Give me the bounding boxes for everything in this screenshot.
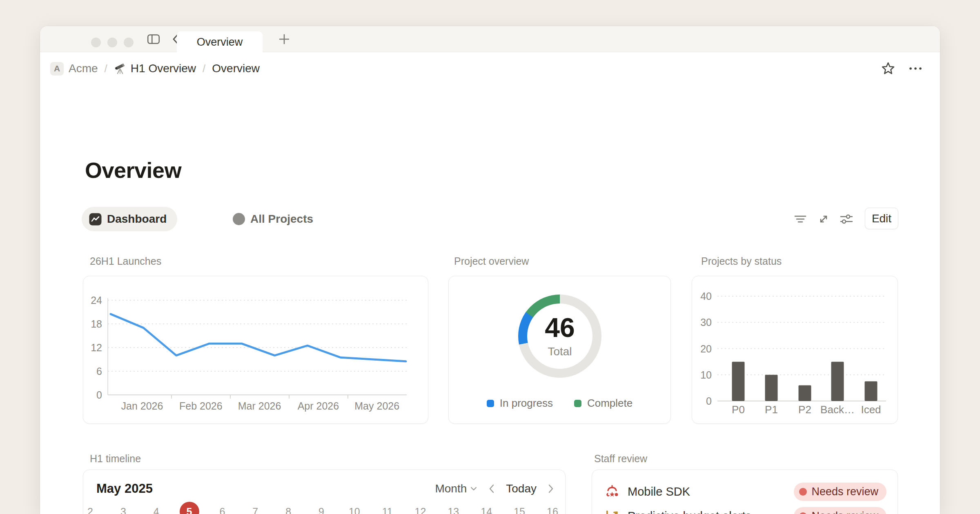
- ellipsis-icon: [907, 61, 924, 76]
- timeline-day[interactable]: 8: [278, 502, 298, 514]
- telescope-icon: [114, 62, 127, 75]
- status-badge-label: Needs review: [811, 510, 878, 514]
- staff-row-predictive-budget-alerts[interactable]: Predictive budget alerts Needs review: [605, 504, 886, 514]
- all-projects-icon: [233, 213, 245, 225]
- timeline-day[interactable]: 11: [378, 502, 397, 514]
- svg-text:Mar 2026: Mar 2026: [238, 400, 281, 412]
- legend-item-complete: Complete: [574, 397, 633, 410]
- launches-line-chart: 06121824Jan 2026Feb 2026Mar 2026Apr 2026…: [83, 276, 429, 417]
- drone-icon: [605, 484, 619, 499]
- workspace-avatar[interactable]: A: [50, 62, 64, 75]
- timeline-view-selector[interactable]: Month: [435, 482, 477, 495]
- svg-text:6: 6: [96, 366, 102, 377]
- timeline-day[interactable]: 2: [83, 502, 100, 514]
- timeline-section-title: H1 timeline: [90, 453, 141, 465]
- status-badge-needs-review[interactable]: Needs review: [794, 483, 886, 501]
- svg-text:Iced: Iced: [861, 403, 881, 416]
- tab-title: Overview: [197, 36, 243, 49]
- svg-text:0: 0: [96, 389, 102, 401]
- svg-text:Back…: Back…: [820, 403, 855, 416]
- by-status-section-title: Projects by status: [701, 255, 782, 267]
- sidebar-toggle-icon: [146, 32, 161, 47]
- star-icon: [880, 61, 896, 76]
- timeline-day[interactable]: 4: [147, 502, 166, 514]
- expand-button[interactable]: [814, 210, 833, 228]
- staff-item-label: Mobile SDK: [628, 485, 690, 498]
- breadcrumb: A Acme / H1 Overview / Overview: [40, 52, 940, 85]
- view-tab-all-projects[interactable]: All Projects: [229, 207, 317, 231]
- filter-icon: [793, 211, 808, 227]
- svg-text:0: 0: [706, 395, 712, 407]
- favorite-button[interactable]: [880, 61, 896, 76]
- staff-item-label: Predictive budget alerts: [628, 510, 751, 514]
- page-content: Overview Dashboard All Projects: [40, 85, 940, 514]
- view-tab-label: All Projects: [250, 213, 313, 226]
- donut-chart: 46 Total: [518, 295, 601, 378]
- edit-button[interactable]: Edit: [865, 208, 898, 229]
- edit-button-label: Edit: [872, 212, 891, 225]
- timeline-today-button[interactable]: Today: [506, 482, 537, 495]
- traffic-light-close-button[interactable]: [91, 38, 101, 47]
- donut-total-value: 46: [545, 314, 575, 341]
- sidebar-toggle-button[interactable]: [146, 32, 161, 47]
- project-overview-section-title: Project overview: [454, 255, 529, 267]
- donut-legend: In progress Complete: [449, 397, 670, 410]
- legend-item-in-progress: In progress: [487, 397, 553, 410]
- new-tab-button[interactable]: [275, 32, 293, 47]
- expand-icon: [816, 211, 831, 227]
- tab-overview[interactable]: Overview: [177, 31, 263, 53]
- svg-text:P0: P0: [732, 403, 745, 416]
- timeline-day[interactable]: 10: [345, 502, 364, 514]
- staff-review-card: Mobile SDK Needs review Predictive budge…: [592, 470, 898, 514]
- timeline-day-today[interactable]: 5: [180, 502, 199, 514]
- traffic-light-minimize-button[interactable]: [107, 38, 117, 47]
- svg-text:18: 18: [91, 318, 102, 330]
- breadcrumb-current[interactable]: Overview: [212, 62, 260, 75]
- staff-row-mobile-sdk[interactable]: Mobile SDK Needs review: [605, 479, 886, 504]
- status-dot: [799, 488, 807, 496]
- view-tab-dashboard[interactable]: Dashboard: [82, 207, 177, 231]
- timeline-day[interactable]: 12: [411, 502, 430, 514]
- project-overview-donut-card: 46 Total In progress Complete: [448, 276, 671, 424]
- by-status-bar-chart: 010203040P0P1P2Back…Iced: [692, 276, 898, 417]
- timeline-day[interactable]: 3: [114, 502, 133, 514]
- settings-sliders-button[interactable]: [837, 210, 856, 228]
- svg-text:20: 20: [700, 343, 712, 354]
- timeline-day[interactable]: 6: [212, 502, 232, 514]
- staff-section-title: Staff review: [594, 453, 647, 465]
- timeline-view-label: Month: [435, 482, 467, 495]
- svg-text:30: 30: [700, 317, 712, 328]
- timeline-prev-button[interactable]: [488, 483, 495, 494]
- breadcrumb-parent[interactable]: H1 Overview: [131, 62, 196, 75]
- status-badge-needs-review[interactable]: Needs review: [794, 507, 886, 514]
- filter-button[interactable]: [791, 210, 810, 228]
- breadcrumb-separator: /: [105, 62, 107, 75]
- more-options-button[interactable]: [907, 61, 924, 76]
- timeline-day[interactable]: 13: [443, 502, 463, 514]
- svg-text:40: 40: [700, 290, 712, 302]
- timeline-next-button[interactable]: [547, 483, 555, 494]
- svg-text:P2: P2: [798, 403, 811, 416]
- window-tab-bar: Overview: [40, 26, 940, 52]
- sliders-icon: [839, 211, 854, 227]
- timeline-day[interactable]: 7: [245, 502, 265, 514]
- timeline-day[interactable]: 14: [477, 502, 496, 514]
- legend-swatch-green: [574, 400, 581, 407]
- svg-text:12: 12: [91, 342, 102, 353]
- view-tab-label: Dashboard: [107, 213, 167, 226]
- donut-total-label: Total: [548, 345, 572, 358]
- timeline-day[interactable]: 16: [543, 502, 562, 514]
- legend-swatch-blue: [487, 400, 494, 407]
- legend-label: Complete: [587, 397, 633, 410]
- legend-label: In progress: [500, 397, 553, 410]
- by-status-bar-chart-card: 010203040P0P1P2Back…Iced: [692, 276, 898, 424]
- svg-text:May 2026: May 2026: [354, 400, 399, 412]
- dashboard-chart-icon: [89, 213, 102, 226]
- status-badge-label: Needs review: [811, 485, 878, 498]
- timeline-day[interactable]: 15: [510, 502, 529, 514]
- breadcrumb-workspace[interactable]: Acme: [69, 62, 98, 75]
- traffic-light-zoom-button[interactable]: [124, 38, 134, 47]
- breadcrumb-separator: /: [203, 62, 205, 75]
- timeline-day[interactable]: 9: [312, 502, 331, 514]
- svg-text:P1: P1: [765, 403, 778, 416]
